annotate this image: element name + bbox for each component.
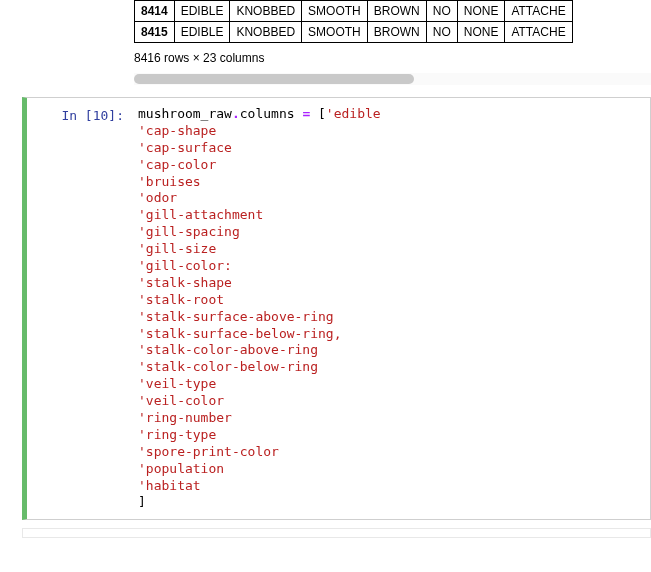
dataframe-table: 8414EDIBLEKNOBBEDSMOOTHBROWNNONONEATTACH… xyxy=(134,0,573,43)
table-cell: NO xyxy=(426,1,457,22)
table-row: 8414EDIBLEKNOBBEDSMOOTHBROWNNONONEATTACH… xyxy=(135,1,573,22)
table-cell: SMOOTH xyxy=(302,22,368,43)
table-cell: KNOBBED xyxy=(230,1,302,22)
table-cell: NONE xyxy=(457,1,505,22)
table-cell: NO xyxy=(426,22,457,43)
table-row: 8415EDIBLEKNOBBEDSMOOTHBROWNNONONEATTACH… xyxy=(135,22,573,43)
next-cell-placeholder xyxy=(22,528,651,538)
dataframe-shape: 8416 rows × 23 columns xyxy=(134,43,651,73)
table-cell: KNOBBED xyxy=(230,22,302,43)
row-index: 8415 xyxy=(135,22,175,43)
table-cell: EDIBLE xyxy=(174,22,230,43)
table-cell: BROWN xyxy=(367,1,426,22)
table-cell: ATTACHE xyxy=(505,22,572,43)
table-cell: ATTACHE xyxy=(505,1,572,22)
horizontal-scrollbar[interactable] xyxy=(134,73,651,85)
input-prompt: In [10]: xyxy=(27,102,132,515)
table-cell: EDIBLE xyxy=(174,1,230,22)
table-cell: NONE xyxy=(457,22,505,43)
output-area: 8414EDIBLEKNOBBEDSMOOTHBROWNNONONEATTACH… xyxy=(0,0,651,85)
code-editor[interactable]: mushroom_raw.columns = ['edible 'cap-sha… xyxy=(132,102,650,515)
code-cell[interactable]: In [10]: mushroom_raw.columns = ['edible… xyxy=(22,97,651,520)
scrollbar-thumb[interactable] xyxy=(134,74,414,84)
table-cell: BROWN xyxy=(367,22,426,43)
row-index: 8414 xyxy=(135,1,175,22)
table-cell: SMOOTH xyxy=(302,1,368,22)
